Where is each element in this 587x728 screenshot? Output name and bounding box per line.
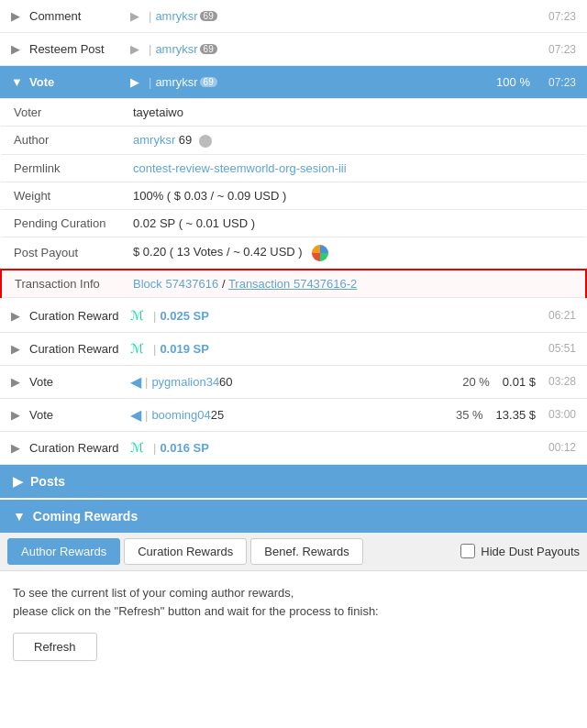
play-icon: ▶ — [130, 42, 139, 56]
curation-rewards-tab[interactable]: Curation Rewards — [124, 538, 247, 565]
time-label: 07:23 — [548, 43, 576, 56]
time-label: 00:12 — [548, 441, 576, 454]
txinfo-label: Transaction Info — [1, 270, 120, 298]
vote-row-3[interactable]: ▶ Vote ◀ | booming04 25 35 % 13.35 $ 03:… — [0, 399, 587, 432]
time-label: 03:00 — [548, 408, 576, 421]
author-row: Author amryksr 69 — [1, 127, 586, 155]
info-line-2: please click on the "Refresh" button and… — [13, 602, 574, 622]
payout-value: $ 0.20 ( 13 Votes / ~ 0.42 USD ) — [120, 237, 586, 270]
block-link[interactable]: Block 57437616 — [133, 277, 218, 291]
benef-rewards-tab[interactable]: Benef. Rewards — [250, 538, 363, 565]
row-label: Curation Reward — [29, 441, 130, 455]
weight-value: 100% ( $ 0.03 / ~ 0.09 USD ) — [120, 182, 586, 209]
row-label: Comment — [29, 9, 130, 23]
person-icon — [199, 135, 212, 148]
posts-section-header[interactable]: ▶ Posts — [0, 465, 587, 498]
amount-value: 13.35 $ — [496, 408, 536, 422]
curation-reward-row-2[interactable]: ▶ Curation Reward ℳ | 0.019 SP 05:51 — [0, 333, 587, 366]
chevron-right-icon: ▶ — [11, 342, 24, 356]
user-badge: 69 — [200, 44, 217, 54]
chevron-right-icon: ▶ — [11, 9, 24, 23]
row-label: Vote — [29, 75, 130, 89]
voter-row: Voter tayetaiwo — [1, 99, 586, 127]
pie-chart-icon — [311, 244, 329, 262]
row-label: Vote — [29, 408, 130, 422]
chevron-right-icon: ▶ — [13, 474, 23, 489]
user-badge: 69 — [200, 77, 217, 87]
section-label: Posts — [30, 474, 65, 489]
author-name[interactable]: amryksr — [133, 133, 175, 147]
curation-reward-row-1[interactable]: ▶ Curation Reward ℳ | 0.025 SP 06:21 — [0, 300, 587, 333]
user-badge: 25 — [211, 408, 224, 422]
pending-value: 0.02 SP ( ~ 0.01 USD ) — [120, 209, 586, 237]
voter-value: tayetaiwo — [120, 99, 586, 127]
reward-value: 0.016 SP — [160, 441, 209, 455]
amount-value: 0.01 $ — [503, 375, 536, 389]
section-label: Coming Rewards — [33, 509, 138, 524]
separator: | — [149, 42, 151, 56]
time-label: 07:23 — [548, 10, 576, 23]
time-label: 07:23 — [548, 76, 576, 89]
hide-dust-checkbox[interactable] — [460, 544, 475, 558]
permlink-row: Permlink contest-review-steemworld-org-s… — [1, 154, 586, 182]
separator: | — [153, 342, 156, 356]
user-link[interactable]: amryksr — [155, 42, 197, 56]
row-label: Curation Reward — [29, 309, 130, 323]
author-rewards-tab[interactable]: Author Rewards — [7, 538, 120, 565]
user-link[interactable]: amryksr — [155, 9, 197, 23]
hide-dust-label[interactable]: Hide Dust Payouts — [460, 544, 580, 558]
user-badge: 69 — [200, 11, 217, 21]
chevron-down-icon: ▼ — [13, 509, 26, 524]
vote-arrow-icon: ◀ — [130, 373, 141, 391]
tx-separator: / — [222, 277, 228, 291]
vote-arrow-icon: ◀ — [130, 406, 141, 424]
percent-value: 35 % — [456, 408, 483, 422]
chevron-right-icon: ▶ — [11, 375, 24, 389]
row-label: Curation Reward — [29, 342, 130, 356]
time-label: 03:28 — [548, 375, 576, 388]
weight-label: Weight — [1, 182, 120, 209]
coming-rewards-section-header[interactable]: ▼ Coming Rewards — [0, 500, 587, 533]
info-text-block: To see the current list of your coming a… — [0, 571, 587, 630]
vote-row-2[interactable]: ▶ Vote ◀ | pygmalion34 60 20 % 0.01 $ 03… — [0, 366, 587, 399]
row-label: Vote — [29, 375, 130, 389]
permlink-link[interactable]: contest-review-steemworld-org-sesion-iii — [133, 161, 347, 175]
curation-reward-row-3[interactable]: ▶ Curation Reward ℳ | 0.016 SP 00:12 — [0, 432, 587, 465]
reward-value: 0.025 SP — [160, 309, 209, 323]
payout-label: Post Payout — [1, 237, 120, 270]
chevron-right-icon: ▶ — [11, 441, 24, 455]
chevron-right-icon: ▶ — [11, 42, 24, 56]
resteem-row[interactable]: ▶ Resteem Post ▶ | amryksr 69 07:23 — [0, 33, 587, 66]
separator: | — [145, 408, 148, 422]
user-link[interactable]: amryksr — [155, 75, 197, 89]
steem-logo: ℳ — [130, 341, 144, 356]
hide-dust-text: Hide Dust Payouts — [481, 545, 580, 558]
refresh-button[interactable]: Refresh — [13, 633, 97, 661]
transaction-link[interactable]: Transaction 57437616-2 — [228, 277, 357, 291]
user-link[interactable]: pygmalion34 — [151, 375, 219, 389]
tx-info-row: Transaction Info Block 57437616 / Transa… — [1, 270, 586, 298]
pending-curation-row: Pending Curation 0.02 SP ( ~ 0.01 USD ) — [1, 209, 586, 237]
percent-value: 20 % — [462, 375, 490, 389]
user-badge: 60 — [219, 375, 232, 389]
author-label: Author — [1, 127, 120, 155]
play-icon: ▶ — [130, 75, 139, 89]
play-icon: ▶ — [130, 9, 139, 23]
chevron-right-icon: ▶ — [11, 309, 24, 323]
steem-logo: ℳ — [130, 308, 144, 323]
steem-logo: ℳ — [130, 440, 144, 455]
vote-row-active[interactable]: ▼ Vote ▶ | amryksr 69 100 % 07:23 — [0, 66, 587, 99]
percent-value: 100 % — [496, 75, 530, 89]
separator: | — [145, 375, 148, 389]
comment-row[interactable]: ▶ Comment ▶ | amryksr 69 07:23 — [0, 0, 587, 33]
txinfo-value: Block 57437616 / Transaction 57437616-2 — [120, 270, 586, 298]
detail-table: Voter tayetaiwo Author amryksr 69 Permli… — [0, 99, 587, 298]
user-link[interactable]: booming04 — [151, 408, 210, 422]
info-line-1: To see the current list of your coming a… — [13, 584, 574, 603]
tabs-bar: Author Rewards Curation Rewards Benef. R… — [0, 533, 587, 571]
author-badge: 69 — [179, 133, 192, 147]
payout-text: $ 0.20 ( 13 Votes / ~ 0.42 USD ) — [133, 245, 303, 259]
chevron-down-icon: ▼ — [11, 75, 24, 89]
time-label: 05:51 — [548, 342, 576, 355]
permlink-label: Permlink — [1, 154, 120, 182]
